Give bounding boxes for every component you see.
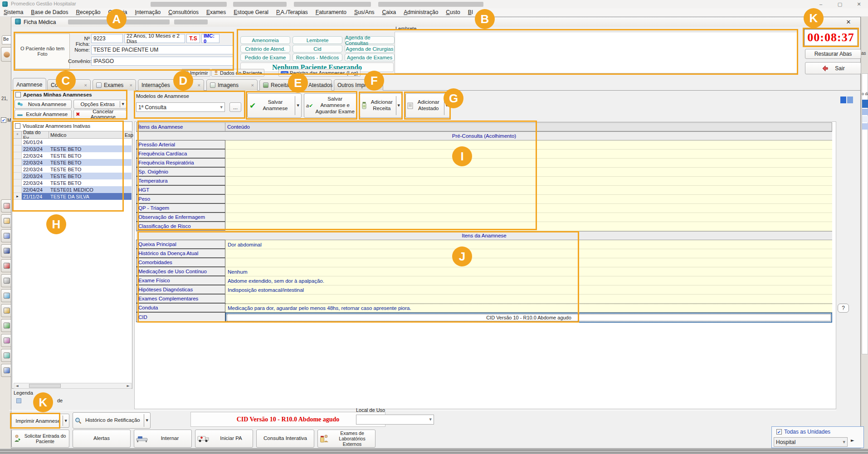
tab-receitas[interactable]: Receitas [259,79,303,91]
quick-button-amenorreia[interactable]: Amenorreia [240,36,290,44]
side-icon-tab-5[interactable] [1,259,12,272]
tab-co[interactable]: Co× [47,79,91,91]
restaurar-abas-button[interactable]: Restaurar Abas [805,49,861,59]
scroll-right-icon[interactable]: ► [125,384,131,388]
list-row-doctor[interactable]: TESTE BETO [49,179,132,186]
footer-button-consulta-interativa[interactable]: Consulta Interativa [256,430,314,448]
menu-item-sistema[interactable]: Sistema [4,9,23,15]
anamnese-item-value[interactable] [225,195,832,204]
tab-anamnese[interactable]: Anamnese [13,78,46,91]
anamnese-item-value[interactable] [225,249,832,258]
tab-close-icon[interactable]: × [251,82,254,88]
menu-item-faturamento[interactable]: Faturamento [316,9,346,15]
anamnese-item-value[interactable] [225,295,832,304]
visualizar-inativas-checkbox[interactable]: Visualizar Anamneses Inativas [15,123,90,129]
scroll-left-icon[interactable]: ◄ [14,384,20,388]
local-de-uso-select[interactable]: ▼ [356,415,434,425]
menu-item-caixa[interactable]: Caixa [382,9,396,15]
list-row-date[interactable]: 22/03/24 [22,179,49,186]
anamnese-item-value[interactable]: Abdome extendido, sem dor à apalpação. [225,276,832,285]
list-row-doctor[interactable]: TESTE01 MEDICO [49,186,132,193]
background-tab-icon[interactable] [1,47,12,62]
list-row-indicator[interactable] [14,186,22,193]
list-row-indicator[interactable]: ▸ [14,193,22,200]
side-icon-tab-2[interactable] [1,214,12,227]
list-column-header-medico[interactable]: Médico [49,131,123,139]
imc-box[interactable]: IMC: 0 [201,34,219,43]
scrollbar-thumb[interactable] [29,384,61,388]
tab-close-icon[interactable]: × [377,82,380,88]
list-row-date[interactable]: 22/04/24 [22,186,49,193]
menu-item-consultorios[interactable]: Consultórios [168,9,199,15]
side-icon-tab-8[interactable] [1,304,12,317]
menu-item-estoque-geral[interactable]: Estoque Geral [234,9,268,15]
imprimir-toolbar-button[interactable]: Imprimir [181,69,210,77]
quick-button-cid[interactable]: Cid [293,45,342,53]
cid-value-cell[interactable]: CID Versão 10 - R10.0 Abdome agudo [225,313,832,323]
ficha-number-field[interactable]: 9223 [91,34,123,43]
side-icon-tab-10[interactable] [1,334,12,347]
help-button[interactable]: ? [838,304,849,313]
maximize-button[interactable]: ▢ [831,0,849,8]
scroll-right-icon[interactable]: ► [851,438,854,443]
menu-item-sus-ans[interactable]: Sus/Ans [354,9,375,15]
list-row-indicator[interactable] [14,173,22,179]
menu-item-exames[interactable]: Exames [206,9,226,15]
anamnese-item-value[interactable] [225,159,832,168]
list-row-indicator[interactable] [14,179,22,186]
list-row-doctor[interactable]: TESTE BETO [49,152,132,159]
list-row-doctor[interactable] [49,139,132,145]
list-row-doctor[interactable]: TESTE BETO [49,159,132,166]
anamnese-item-value[interactable] [225,258,832,267]
blood-type-box[interactable]: T.S [186,34,200,43]
list-row-indicator[interactable] [14,152,22,159]
list-row-doctor[interactable]: TESTE BETO [49,166,132,173]
menu-item-administracao[interactable]: Administração [404,9,438,15]
list-row-doctor[interactable]: TESTE DA SILVA [49,193,132,200]
side-icon-tab-11[interactable] [1,349,12,362]
dialog-minimize-button[interactable]: – [803,18,814,25]
anamnese-item-value[interactable]: Indisposição estomacal/intestinal [225,285,832,295]
lembrete-panel[interactable] [395,32,797,73]
side-icon-tab-12[interactable] [1,364,12,377]
salvar-aguardar-exame-button[interactable]: a✔ Salvar Anamnese e Aguardar Exame [304,93,357,118]
apenas-minhas-checkbox[interactable]: Apenas Minhas Anamneses [15,92,92,97]
anamnese-item-value[interactable]: Dor abdominal [225,240,832,249]
list-row-date[interactable]: 22/03/24 [22,173,49,179]
menu-item-custo[interactable]: Custo [446,9,460,15]
tab-exames[interactable]: Exames× [93,79,136,91]
side-icon-tab-6[interactable] [1,274,12,287]
tab-imagens[interactable]: Imagens× [206,79,258,91]
tab-outros-impr[interactable]: Outros Impr× [334,79,383,91]
salvar-anamnese-button[interactable]: ✔ Salvar Anamnese ▼ [247,93,302,118]
side-icon-tab-3[interactable] [1,229,12,242]
adicionar-receita-button[interactable]: Adicionar Receita ▼ [360,93,402,118]
quick-button-recibos-medicos[interactable]: Recibos - Médicos [293,53,342,61]
list-horizontal-scrollbar[interactable]: ◄ ► [14,383,132,389]
tab-close-icon[interactable]: × [84,82,87,88]
registro-anamneses-toolbar-button[interactable]: LOG Registro das Anamneses (Log) [278,69,361,77]
nova-anamnese-button[interactable]: Nova Anamnese [15,100,72,109]
anamnese-item-value[interactable] [225,222,832,231]
quick-button-lembrete[interactable]: Lembrete [293,36,342,44]
tab-internacoes[interactable]: Internaçõesos× [138,79,204,91]
excluir-anamnese-button[interactable]: ▬ Excluir Anamnese [15,110,72,119]
quick-button-pedido-de-exame[interactable]: Pedido de Exame [240,53,290,61]
todas-unidades-checkbox[interactable]: ✔ Todas as Unidades [776,429,830,435]
footer-button-iniciar-pa[interactable]: Iniciar PA [195,430,253,448]
imprimir-anamnese-button[interactable]: Imprimir Anamnese ▼ [11,414,69,428]
cancelar-anamnese-button[interactable]: ✖ Cancelar Anamnese [73,110,127,119]
quick-button-agenda-de-exames[interactable]: Agenda de Exames [345,53,395,61]
list-row-indicator[interactable] [14,159,22,166]
anamnese-item-value[interactable] [225,204,832,213]
list-column-header-[interactable]: * [14,131,22,139]
modelo-anamnese-select[interactable]: 1ª Consulta ▼ [136,102,225,112]
menu-item-internacao[interactable]: Internação [135,9,161,15]
adicionar-atestado-button[interactable]: Adicionar Atestado ▼ [405,93,450,118]
anamnese-item-value[interactable]: Medicação para dor, aguardar pelo menos … [225,304,832,313]
footer-button-alertas[interactable]: Alertas [73,430,131,448]
footer-button-solicitar-entrada-do-paciente[interactable]: Solicitar Entrada do Paciente [11,430,69,448]
historico-retificacao-button[interactable]: Histórico de Retificação ▼ [73,412,151,429]
patient-name-field[interactable]: TESTE DE PACIENTE UM [91,45,233,54]
quick-button-agenda-de-cirurgias[interactable]: Agenda de Cirurgias [345,45,395,53]
